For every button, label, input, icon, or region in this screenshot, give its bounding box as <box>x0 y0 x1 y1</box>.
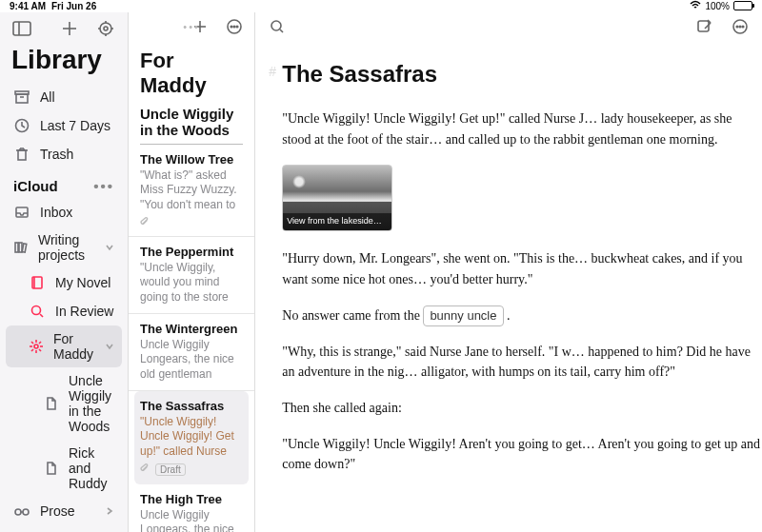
svg-rect-11 <box>16 94 28 103</box>
ellipsis-icon[interactable]: ••• <box>93 178 114 194</box>
sidebar-item-label: Rick and Ruddy <box>69 445 114 491</box>
note-entry-meta: Draft <box>140 463 243 476</box>
svg-point-26 <box>34 345 38 348</box>
sidebar-item-label: Last 7 Days <box>40 118 110 133</box>
svg-line-34 <box>39 342 41 344</box>
image-caption: View from the lakeside… <box>283 213 391 230</box>
wifi-icon <box>690 0 701 11</box>
archive-icon <box>13 89 30 106</box>
note-entry[interactable]: The Willow Tree"What is?" asked Miss Fuz… <box>129 145 254 237</box>
status-date: Fri Jun 26 <box>51 1 96 11</box>
sidebar-item-rick-ruddy[interactable]: Rick and Ruddy <box>6 440 122 497</box>
note-entry[interactable]: The WintergreenUncle Wiggily Longears, t… <box>129 314 254 391</box>
paragraph: No answer came from the bunny uncle . <box>282 305 762 326</box>
note-entry-preview: Uncle Wiggily Longears, the nice rabbit … <box>140 508 243 532</box>
svg-point-54 <box>736 26 738 28</box>
note-entry-title: The Wintergreen <box>140 322 243 336</box>
toggle-sidebar-button[interactable] <box>11 18 32 39</box>
note-entry-preview: "Uncle Wiggily, would you mind going to … <box>140 261 243 305</box>
editor-panel: # The Sassafras "Uncle Wiggily! Uncle Wi… <box>255 12 762 532</box>
svg-line-25 <box>40 314 43 317</box>
battery-icon <box>733 1 752 10</box>
svg-rect-19 <box>15 243 18 252</box>
svg-line-52 <box>705 23 711 29</box>
image-attachment[interactable]: View from the lakeside… <box>282 165 392 231</box>
search-in-note-button[interactable] <box>267 16 288 37</box>
sidebar-item-label: Uncle Wiggily in the Woods <box>69 373 114 434</box>
chevron-down-icon[interactable] <box>105 240 114 255</box>
svg-point-55 <box>739 26 741 28</box>
svg-line-32 <box>39 349 41 351</box>
paperclip-icon <box>140 217 150 228</box>
svg-point-4 <box>100 23 111 34</box>
glasses-icon <box>13 502 30 520</box>
sidebar-section-icloud[interactable]: iCloud ••• <box>6 168 122 198</box>
sparkle-icon <box>29 338 44 355</box>
chevron-down-icon[interactable] <box>105 339 114 354</box>
sidebar-item-all[interactable]: All <box>6 83 122 111</box>
sidebar-item-my-novel[interactable]: My Novel <box>6 268 122 297</box>
notebook-icon <box>29 274 46 291</box>
svg-point-5 <box>104 27 108 30</box>
note-list-panel: ••• For Maddy Uncle Wiggily in the Woods… <box>129 12 255 532</box>
paragraph: "Hurry down, Mr. Longears", she went on.… <box>282 248 762 289</box>
paragraph: "Why, this is strange," said Nurse Jane … <box>282 342 762 383</box>
svg-line-31 <box>31 342 33 344</box>
status-time: 9:41 AM <box>10 1 46 11</box>
paperclip-icon <box>140 463 150 475</box>
chevron-right-icon[interactable] <box>105 503 114 519</box>
sidebar-item-trash[interactable]: Trash <box>6 140 122 168</box>
sidebar-item-inbox[interactable]: Inbox <box>6 198 122 227</box>
note-entry-title: The Sassafras <box>140 399 243 413</box>
sidebar-item-uncle-wiggily[interactable]: Uncle Wiggily in the Woods <box>6 367 122 440</box>
sidebar-item-prose[interactable]: Prose <box>6 497 122 525</box>
sidebar-item-label: My Novel <box>55 275 110 290</box>
note-entry-preview: Uncle Wiggily Longears, the nice old gen… <box>140 338 243 383</box>
sidebar-item-last7[interactable]: Last 7 Days <box>6 111 122 140</box>
sidebar-item-label: Prose <box>40 503 75 519</box>
svg-line-33 <box>31 349 33 351</box>
note-entry-preview: "What is?" asked Miss Fuzzy Wuzzy. "You … <box>140 168 243 213</box>
sidebar-item-for-maddy[interactable]: For Maddy <box>6 325 122 367</box>
svg-rect-0 <box>13 22 30 35</box>
svg-rect-14 <box>18 150 26 160</box>
sidebar-item-label: Trash <box>40 147 73 162</box>
note-entry[interactable]: The Peppermint"Uncle Wiggily, would you … <box>129 237 254 314</box>
compose-button[interactable] <box>693 16 714 37</box>
battery-percent: 100% <box>705 1 730 11</box>
sidebar-item-label: For Maddy <box>53 331 95 362</box>
drag-handle-icon[interactable]: ••• <box>183 21 200 32</box>
note-entry-title: The High Tree <box>140 492 243 506</box>
note-entry-title: The Willow Tree <box>140 152 243 167</box>
svg-point-48 <box>271 21 281 30</box>
document-icon <box>44 395 59 412</box>
note-entry[interactable]: The High TreeUncle Wiggily Longears, the… <box>129 484 254 532</box>
sidebar-item-label: Inbox <box>40 205 72 220</box>
draft-badge: Draft <box>155 463 186 476</box>
clock-icon <box>13 117 30 134</box>
svg-point-24 <box>32 305 41 314</box>
add-button[interactable] <box>59 18 80 39</box>
paragraph: Then she called again: <box>282 398 762 419</box>
trash-icon <box>13 146 30 163</box>
link-pill[interactable]: bunny uncle <box>423 305 503 326</box>
svg-rect-21 <box>22 243 27 251</box>
svg-point-45 <box>231 26 232 28</box>
sidebar-item-poetry[interactable]: Poetry <box>6 525 122 532</box>
sidebar-item-label: Writing projects <box>38 232 95 263</box>
svg-point-56 <box>742 26 744 28</box>
note-list-group-header: Uncle Wiggily in the Woods <box>140 102 243 145</box>
editor-more-button[interactable] <box>730 16 751 37</box>
svg-point-47 <box>236 26 238 28</box>
note-list-title: For Maddy <box>129 41 254 102</box>
document-title: # The Sassafras <box>282 56 762 91</box>
note-entry[interactable]: The Sassafras"Uncle Wiggily! Uncle Wiggi… <box>134 391 249 484</box>
editor-content[interactable]: # The Sassafras "Uncle Wiggily! Uncle Wi… <box>255 41 762 491</box>
sidebar-item-writing-projects[interactable]: Writing projects <box>6 227 122 268</box>
heading-marker-icon: # <box>269 62 276 83</box>
list-more-button[interactable] <box>224 16 245 37</box>
sidebar-item-in-review[interactable]: In Review <box>6 297 122 325</box>
settings-button[interactable] <box>95 18 116 39</box>
svg-line-49 <box>280 30 283 32</box>
note-entry-preview: "Uncle Wiggily! Uncle Wiggily! Get up!" … <box>140 415 243 460</box>
